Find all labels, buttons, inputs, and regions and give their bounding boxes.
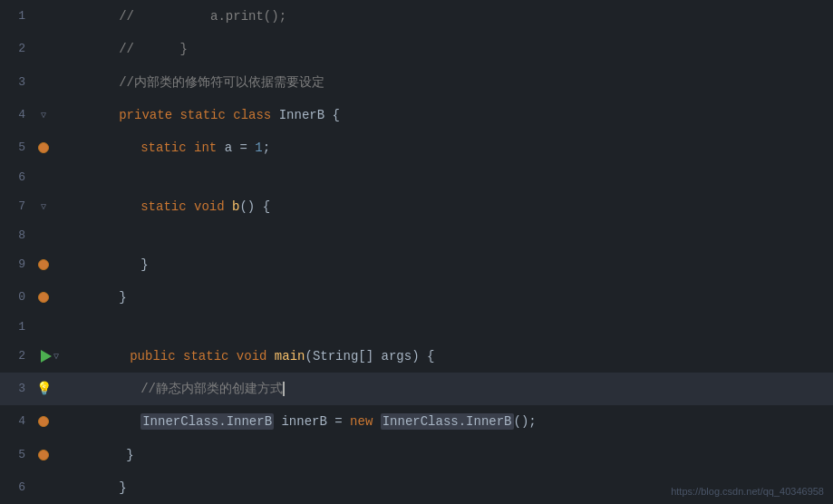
breakpoint-9[interactable] [38,259,49,270]
line-number-7: 7 [0,194,33,219]
breakpoint-5[interactable] [38,142,49,153]
line-number-6: 6 [0,165,33,190]
breakpoint-10[interactable] [38,292,49,303]
gutter-7: ▽ [33,201,54,212]
watermark: https://blog.csdn.net/qq_40346958 [671,486,824,497]
lightbulb-icon-13[interactable]: 💡 [36,383,52,395]
code-area: 1 // a.print(); 2 // } 3 //内部类的修饰符可以依据需要… [0,0,833,504]
gutter-15 [33,450,54,460]
fold-icon-4[interactable]: ▽ [41,110,46,121]
line-number-4: 4 [0,102,33,128]
code-line-10: 0 } [0,281,833,314]
line-number-15: 5 [0,442,33,468]
line-number-16: 6 [0,475,33,500]
gutter-13: 💡 [33,383,54,395]
line-number-8: 8 [0,223,33,248]
fold-icon-7[interactable]: ▽ [41,201,46,212]
line-number-11: 1 [0,315,33,340]
kw-static-7: static [140,199,194,214]
line-number-3: 3 [0,70,33,95]
num-1: 1 [255,141,262,155]
line-number-14: 4 [0,409,33,434]
line-number-9: 9 [0,252,33,277]
breakpoint-14[interactable] [38,416,49,427]
gutter-10 [33,292,54,303]
code-line-7: 7 ▽ static void b() { [0,190,833,223]
line-number-13: 3 [0,376,33,402]
line-number-12: 2 [0,344,33,369]
kw-static-5: static [140,141,194,155]
breakpoint-15[interactable] [38,450,49,460]
kw-int: int [194,141,225,155]
editor: 1 // a.print(); 2 // } 3 //内部类的修饰符可以依据需要… [0,0,833,504]
kw-void-7: void [194,199,232,214]
line-number-1: 1 [0,4,33,29]
run-icon-12[interactable] [41,350,52,363]
gutter-4: ▽ [33,110,54,121]
var-a: a [225,141,240,155]
line-number-5: 5 [0,135,33,160]
line-number-2: 2 [0,36,33,62]
line-number-10: 0 [0,285,33,310]
gutter-5 [33,142,54,153]
code-line-5: 5 static int a = 1; [0,131,833,164]
gutter-14 [33,416,54,427]
gutter-9 [33,259,54,270]
